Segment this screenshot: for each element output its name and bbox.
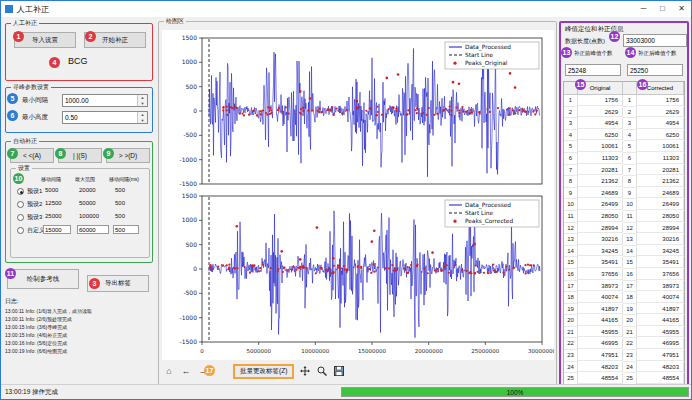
save-icon[interactable] [333,364,345,378]
signal-mode-label: BCG [68,56,88,66]
corrected-value: 44165 [637,315,684,326]
original-value: 35491 [578,257,623,268]
original-value: 26499 [578,199,623,210]
statusbar: 13:00:19 操作完成 100% [1,384,691,399]
row-index: 23 [623,350,637,362]
annotation-badge-16: 16 [637,79,648,90]
row-index: 2 [623,107,637,119]
svg-text:Start Line: Start Line [465,210,494,216]
auto-group-title: 自动补正 [11,137,39,145]
preset-value: 20000 [79,187,96,193]
zoom-icon[interactable] [316,364,328,378]
row-index: 24 [564,362,578,374]
preset-value[interactable]: 60000 [77,225,109,234]
pan-icon[interactable] [299,364,311,378]
back-icon[interactable]: ← [180,364,192,378]
batch-edit-labels-button[interactable]: 批量更改标签(Z) [233,364,294,379]
log-line: 13:00:15 Info: (4/6)补正完成 [5,331,155,339]
original-value: 4954 [578,118,623,129]
annotation-badge-3: 3 [89,278,100,289]
row-index: 11 [623,211,637,223]
log-line: 13:00:11 Info: (1/6)导入完成，成功读取 [5,307,155,315]
window-controls: ─ □ ✕ [634,1,691,16]
signal-plot-corrected[interactable]: 150010005000-500-1000-150005000000100000… [162,192,554,360]
corrected-value: 26499 [637,199,684,210]
row-index: 4 [564,130,578,142]
row-index: 6 [623,153,637,165]
original-value: 41897 [578,304,623,315]
annotation-badge-10: 10 [13,173,24,184]
peaks-table[interactable]: OriginalCorrected11756117562262922629349… [563,81,685,400]
svg-text:30000000: 30000000 [528,348,554,354]
annotation-badge-11: 11 [5,268,16,279]
min-height-value: 0.50 [63,112,137,123]
row-index: 14 [564,246,578,258]
after-count-value: 25250 [627,64,683,76]
log-line: 13:00:19 Info: (6/6)绘图完成 [5,347,155,355]
row-index: 24 [623,362,637,374]
minimize-button[interactable]: ─ [634,1,653,16]
corrected-value: 28050 [637,211,684,222]
preset-value[interactable]: 500 [113,225,139,234]
row-index: 15 [623,257,637,269]
spinner-arrows-icon[interactable]: ▲▼ [137,112,147,123]
corrected-value: 30216 [637,234,684,245]
preset-radio-1[interactable] [17,188,24,195]
svg-text:Data_Processed: Data_Processed [465,44,511,51]
maximize-button[interactable]: □ [653,1,672,16]
manual-group-title: 人工补正 [11,19,39,27]
data-length-value: 33003000 [623,34,687,47]
progress-bar: 100% [341,387,689,397]
annotation-badge-14: 14 [625,47,636,58]
spinner-arrows-icon[interactable]: ▲▼ [137,95,147,106]
plot-canvas[interactable]: 150010005000-500-1000-1500Data_Processed… [162,30,554,360]
row-index: 16 [623,269,637,281]
row-index: 8 [623,176,637,188]
row-index: 21 [623,327,637,339]
svg-text:20000000: 20000000 [415,348,443,354]
row-index: 18 [564,292,578,304]
original-value: 28994 [578,223,623,234]
svg-text:-500: -500 [183,131,197,138]
svg-text:0: 0 [193,107,197,114]
log-line: 13:00:11 Info: (2/6)预处理完成 [5,315,155,323]
peak-params-title: 寻峰参数设置 [11,83,51,91]
annotation-badge-12: 12 [609,31,620,42]
preset-radio-4[interactable] [17,227,24,234]
corrected-value: 28994 [637,223,684,234]
svg-text:Data_Processed: Data_Processed [465,202,511,209]
corrected-value: 48554 [637,373,684,384]
annotation-badge-7: 7 [7,148,18,159]
row-index: 10 [623,199,637,211]
annotation-badge-8: 8 [55,148,66,159]
preset-radio-2[interactable] [17,201,24,208]
corrected-value: 45955 [637,327,684,338]
row-index: 19 [564,304,578,316]
original-value: 40074 [578,292,623,303]
row-index: 22 [564,338,578,350]
original-value: 1756 [578,95,623,106]
annotation-badge-5: 5 [7,93,18,104]
home-icon[interactable]: ⌂ [163,364,175,378]
row-index: 7 [564,165,578,177]
col-max-range: 最大范围 [75,176,95,182]
corrected-value: 37656 [637,269,684,280]
original-value: 37656 [578,269,623,280]
svg-text:Start Line: Start Line [465,52,494,58]
corrected-value: 11303 [637,153,684,164]
min-height-spinner[interactable]: 0.50 ▲▼ [62,111,148,124]
draw-reference-button[interactable]: 绘制参考线 [7,269,79,289]
preset-value: 5000 [45,187,58,193]
preset-value[interactable]: 15000 [43,225,71,234]
row-index: 13 [623,234,637,246]
preset-radio-3[interactable] [17,214,24,221]
svg-text:-500: -500 [183,289,197,296]
annotation-badge-13: 13 [561,47,572,58]
corrected-value: 20281 [637,165,684,176]
annotation-badge-15: 15 [575,79,586,90]
min-interval-spinner[interactable]: 1000.00 ▲▼ [62,94,148,107]
signal-plot-original[interactable]: 150010005000-500-1000-1500Data_Processed… [162,30,554,192]
svg-text:Peaks_Original: Peaks_Original [465,60,508,67]
row-index: 17 [564,281,578,293]
close-button[interactable]: ✕ [672,1,691,16]
